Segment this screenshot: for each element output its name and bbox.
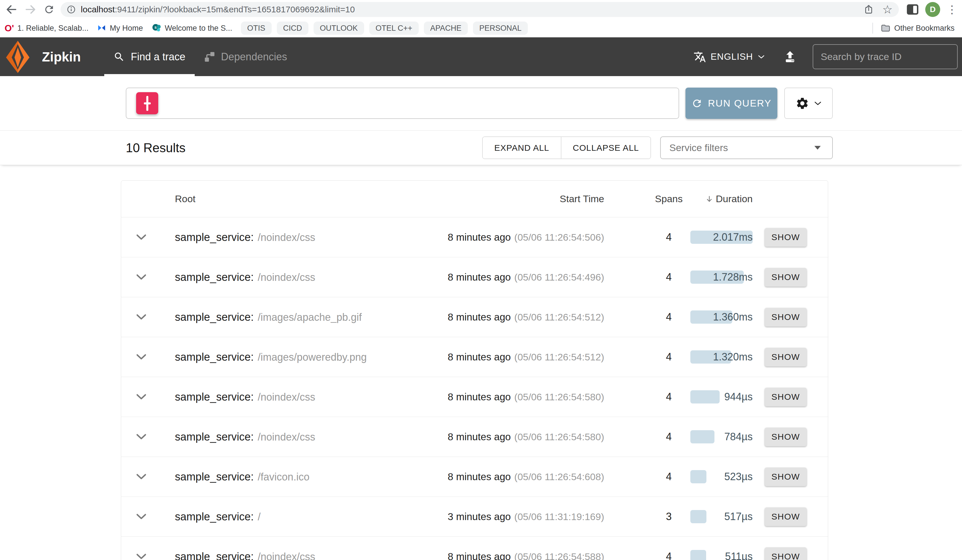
relative-time: 8 minutes ago (448, 551, 511, 560)
service-name: sample_service: (175, 231, 254, 243)
duration-value: 2.017ms (713, 231, 753, 243)
refresh-icon[interactable] (42, 2, 57, 17)
show-trace-button[interactable]: SHOW (765, 388, 807, 407)
results-count: 10 Results (126, 141, 186, 155)
span-name: /noindex/css (258, 391, 315, 403)
expand-row-button[interactable] (121, 474, 161, 480)
show-trace-button[interactable]: SHOW (765, 428, 807, 446)
show-trace-button[interactable]: SHOW (765, 268, 807, 287)
span-count: 4 (666, 391, 671, 403)
bookmark-star-icon[interactable]: ☆ (883, 4, 893, 15)
bookmark-otel-cpp[interactable]: OTEL C++ (369, 21, 419, 35)
start-time-cell: 8 minutes ago(05/06 11:26:54:608) (439, 471, 647, 483)
bookmark-oreilly[interactable]: O' 1. Reliable, Scalab... (5, 23, 89, 34)
spans-cell: 4 (647, 471, 690, 483)
timestamp: (05/06 11:31:19:169) (514, 511, 604, 522)
bookmark-outlook[interactable]: OUTLOOK (313, 21, 364, 35)
query-settings-button[interactable] (784, 87, 833, 119)
bookmarks-bar: O' 1. Reliable, Scalab... My Home s Welc… (0, 19, 962, 37)
timestamp: (05/06 11:26:54:506) (514, 232, 604, 243)
timestamp: (05/06 11:26:54:512) (514, 352, 604, 362)
site-info-icon[interactable] (66, 5, 76, 15)
column-duration[interactable]: Duration (690, 181, 753, 217)
bookmark-cicd[interactable]: CICD (277, 21, 308, 35)
span-count: 4 (666, 471, 671, 483)
duration-cell: 2.017ms (690, 217, 753, 257)
spans-cell: 4 (647, 351, 690, 363)
duration-bar (690, 550, 706, 560)
spans-cell: 4 (647, 391, 690, 403)
url-text: localhost:9411/zipkin/?lookback=15m&endT… (81, 5, 355, 15)
expand-row-button[interactable] (121, 354, 161, 360)
start-time-cell: 8 minutes ago(05/06 11:26:54:512) (439, 351, 647, 363)
span-name: /noindex/css (258, 231, 315, 243)
expand-row-button[interactable] (121, 513, 161, 520)
show-trace-button[interactable]: SHOW (765, 507, 807, 526)
span-count: 4 (666, 431, 671, 442)
translate-icon (694, 50, 706, 63)
collapse-all-button[interactable]: COLLAPSE ALL (561, 137, 650, 158)
expand-row-button[interactable] (121, 434, 161, 440)
show-trace-button[interactable]: SHOW (765, 308, 807, 326)
kebab-icon[interactable]: ⋮ (946, 3, 957, 16)
duration-cell: 784µs (690, 417, 753, 457)
query-criteria-box[interactable] (126, 87, 679, 119)
url-bar[interactable]: localhost:9411/zipkin/?lookback=15m&endT… (61, 2, 899, 17)
bookmark-otis[interactable]: OTIS (241, 21, 272, 35)
start-time-cell: 3 minutes ago(05/06 11:31:19:169) (439, 511, 647, 522)
show-trace-button[interactable]: SHOW (765, 228, 807, 247)
show-trace-button[interactable]: SHOW (765, 348, 807, 366)
bookmark-my-home[interactable]: My Home (97, 24, 143, 33)
language-selector[interactable]: ENGLISH (694, 50, 765, 63)
forward-icon[interactable] (23, 2, 38, 17)
sort-desc-icon (705, 195, 713, 203)
show-trace-button[interactable]: SHOW (765, 547, 807, 560)
bookmark-apache[interactable]: APACHE (424, 21, 468, 35)
share-icon[interactable] (864, 4, 874, 15)
span-name: /noindex/css (258, 431, 315, 443)
span-count: 4 (666, 271, 671, 283)
dropdown-icon (814, 146, 821, 150)
span-count: 4 (666, 231, 671, 243)
span-name: /images/poweredby.png (258, 351, 367, 363)
expand-row-button[interactable] (121, 234, 161, 240)
relative-time: 8 minutes ago (448, 391, 511, 402)
run-query-button[interactable]: RUN QUERY (686, 87, 777, 119)
relative-time: 8 minutes ago (448, 311, 511, 323)
side-panel-icon[interactable] (907, 4, 918, 15)
timestamp: (05/06 11:26:54:588) (514, 551, 604, 560)
profile-avatar[interactable]: D (925, 2, 940, 17)
root-span-cell: sample_service:/ (161, 511, 439, 523)
zipkin-header: Zipkin Find a trace Dependencies ENGLISH (0, 37, 962, 76)
expand-all-button[interactable]: EXPAND ALL (483, 137, 560, 158)
other-bookmarks[interactable]: Other Bookmarks (880, 23, 954, 33)
trace-id-search-input[interactable] (813, 44, 958, 69)
duration-bar (690, 390, 720, 403)
show-trace-button[interactable]: SHOW (765, 468, 807, 486)
column-spans: Spans (647, 193, 690, 205)
tab-label: Find a trace (131, 51, 185, 63)
browser-toolbar: localhost:9411/zipkin/?lookback=15m&endT… (0, 0, 962, 19)
service-filters-dropdown[interactable]: Service filters (660, 136, 833, 159)
tab-find-a-trace[interactable]: Find a trace (104, 37, 194, 76)
expand-row-button[interactable] (121, 314, 161, 320)
relative-time: 8 minutes ago (448, 351, 511, 362)
spans-cell: 4 (647, 550, 690, 560)
start-time-cell: 8 minutes ago(05/06 11:26:54:588) (439, 551, 647, 560)
bookmark-personal[interactable]: PERSONAL (473, 21, 528, 35)
upload-icon[interactable] (783, 50, 797, 63)
back-icon[interactable] (4, 2, 19, 17)
expand-row-button[interactable] (121, 554, 161, 560)
expand-row-button[interactable] (121, 394, 161, 400)
relative-time: 8 minutes ago (448, 471, 511, 482)
root-span-cell: sample_service:/images/poweredby.png (161, 351, 439, 363)
table-row: sample_service:/noindex/css 8 minutes ag… (121, 417, 828, 457)
expand-row-button[interactable] (121, 274, 161, 280)
chevron-down-icon (814, 101, 822, 106)
root-span-cell: sample_service:/noindex/css (161, 431, 439, 443)
tab-dependencies[interactable]: Dependencies (195, 37, 296, 76)
add-criterion-button[interactable] (136, 92, 158, 114)
root-span-cell: sample_service:/images/apache_pb.gif (161, 311, 439, 323)
start-time-cell: 8 minutes ago(05/06 11:26:54:580) (439, 431, 647, 442)
bookmark-sharepoint[interactable]: s Welcome to the S... (152, 23, 232, 33)
